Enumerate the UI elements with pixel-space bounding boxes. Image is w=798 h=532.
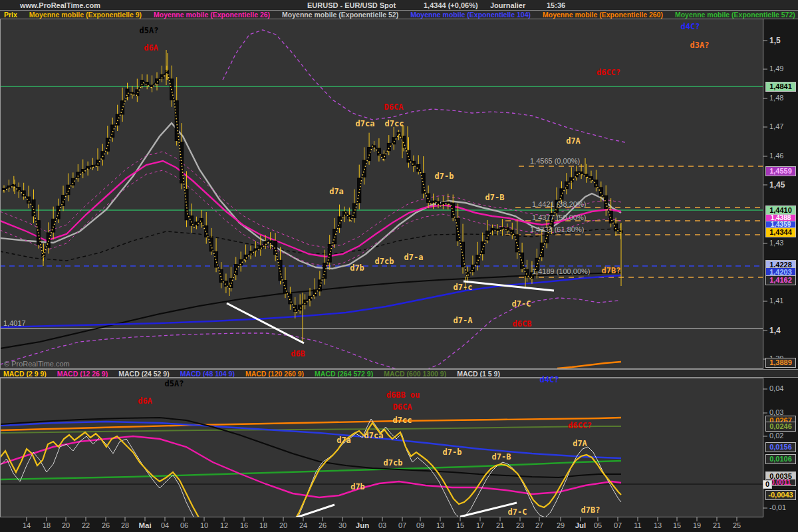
- x-axis-label[interactable]: 30: [338, 521, 346, 529]
- macd-legend-item-7[interactable]: MACD (1 5 9): [457, 370, 500, 378]
- x-axis-label[interactable]: 27: [535, 521, 543, 529]
- x-axis-label[interactable]: 14: [23, 521, 31, 529]
- macd-legend-item-5[interactable]: MACD (264 572 9): [315, 370, 373, 378]
- x-axis-label[interactable]: 16: [240, 521, 248, 529]
- x-axis-label[interactable]: 07: [398, 521, 406, 529]
- macd-legend-item-6[interactable]: MACD (600 1300 9): [384, 370, 446, 378]
- x-axis-label[interactable]: 05: [594, 521, 602, 529]
- x-axis-label[interactable]: 13: [436, 521, 444, 529]
- timeframe-label[interactable]: Journalier: [490, 1, 525, 9]
- x-axis-label[interactable]: 17: [476, 521, 484, 529]
- x-axis-label[interactable]: 20: [279, 521, 287, 529]
- site-logo-text[interactable]: www.ProRealTime.com: [20, 1, 100, 9]
- price-axis-tick[interactable]: 1,48: [769, 94, 783, 102]
- price-level-box: 1,4344: [765, 227, 796, 237]
- x-axis-label[interactable]: 18: [43, 521, 51, 529]
- x-axis-label[interactable]: Mai: [138, 521, 151, 529]
- last-price: 1,4344 (+0,06%): [424, 1, 478, 9]
- x-axis-label[interactable]: 07: [614, 521, 622, 529]
- price-axis-tick[interactable]: 1,4: [769, 326, 781, 335]
- price-axis-tick[interactable]: 1,45: [769, 180, 785, 190]
- x-axis-label[interactable]: 26: [102, 521, 110, 529]
- x-axis-label[interactable]: 15: [673, 521, 681, 529]
- price-legend-item-1[interactable]: Moyenne mobile (Exponentielle 9): [29, 11, 142, 19]
- x-axis-label[interactable]: 03: [378, 521, 386, 529]
- price-level-box: 1,4841: [765, 82, 796, 92]
- price-axis-tick[interactable]: 1,46: [769, 152, 783, 160]
- price-legend-item-4[interactable]: Moyenne mobile (Exponentielle 104): [410, 11, 531, 19]
- x-axis-label[interactable]: 21: [713, 521, 721, 529]
- x-axis-label[interactable]: 26: [319, 521, 327, 529]
- x-axis-label[interactable]: 10: [200, 521, 208, 529]
- x-axis-label[interactable]: 13: [654, 521, 662, 529]
- macd-axis-tick[interactable]: 0,04: [769, 384, 783, 392]
- x-axis-label[interactable]: 06: [180, 521, 188, 529]
- x-axis-label[interactable]: 12: [220, 521, 228, 529]
- x-axis-label[interactable]: 24: [299, 521, 307, 529]
- x-axis-label[interactable]: 20: [62, 521, 70, 529]
- watermark: © ProRealTime.com: [4, 360, 70, 368]
- price-axis-tick[interactable]: 1,5: [769, 36, 781, 45]
- x-axis-label[interactable]: 09: [416, 521, 424, 529]
- x-axis-label[interactable]: 21: [496, 521, 504, 529]
- price-level-box: 1,4559: [765, 166, 796, 176]
- price-axis-tick[interactable]: 1,49: [769, 65, 783, 72]
- x-axis-label[interactable]: 19: [693, 521, 701, 529]
- x-axis-label[interactable]: 18: [259, 521, 267, 529]
- macd-legend-item-0[interactable]: MACD (2 9 9): [3, 370, 47, 378]
- x-axis-label[interactable]: 28: [121, 521, 129, 529]
- price-level-box: 1,3889: [765, 358, 796, 368]
- price-legend-bar: PrixMoyenne mobile (Exponentielle 9)Moye…: [0, 10, 798, 19]
- macd-axis-tick[interactable]: -0,01: [769, 503, 786, 511]
- prorealtime-chart-window: www.ProRealTime.com EURUSD - EUR/USD Spo…: [0, 0, 798, 532]
- price-legend-item-5[interactable]: Moyenne mobile (Exponentielle 260): [543, 11, 663, 19]
- x-axis-label[interactable]: 25: [733, 521, 741, 529]
- macd-legend-item-1[interactable]: MACD (12 26 9): [57, 370, 108, 378]
- price-axis-tick[interactable]: 1,43: [769, 239, 783, 247]
- x-axis-label[interactable]: Jun: [356, 521, 369, 529]
- title-bar: www.ProRealTime.com EURUSD - EUR/USD Spo…: [0, 0, 798, 10]
- x-axis-label[interactable]: 23: [516, 521, 524, 529]
- price-legend-item-6[interactable]: Moyenne mobile (Exponentielle 572): [675, 11, 795, 19]
- price-legend-item-2[interactable]: Moyenne mobile (Exponentielle 26): [154, 11, 270, 19]
- price-legend-item-3[interactable]: Moyenne mobile (Exponentielle 52): [282, 11, 398, 19]
- x-axis-label[interactable]: 11: [634, 521, 641, 529]
- price-axis-tick[interactable]: 1,41: [769, 297, 783, 305]
- macd-legend-item-4[interactable]: MACD (120 260 9): [245, 370, 304, 378]
- price-level-box: 1,4162: [765, 275, 796, 285]
- macd-zero-box: 0: [763, 480, 772, 489]
- macd-legend-item-2[interactable]: MACD (24 52 9): [118, 370, 169, 378]
- x-axis-label[interactable]: 29: [557, 521, 565, 529]
- macd-level-box: 0,0246: [765, 422, 796, 432]
- macd-level-box: -0,0043: [765, 490, 796, 500]
- clock: 15:36: [547, 1, 565, 9]
- price-axis-tick[interactable]: 1,47: [769, 122, 783, 130]
- macd-level-box: 0,0156: [765, 442, 796, 452]
- chart-canvas[interactable]: [0, 0, 798, 532]
- x-axis-label[interactable]: 22: [82, 521, 90, 529]
- x-axis-label[interactable]: 04: [161, 521, 169, 529]
- x-axis-label[interactable]: Jul: [575, 521, 587, 529]
- x-axis-label[interactable]: 15: [456, 521, 464, 529]
- macd-axis-tick[interactable]: 0,02: [769, 432, 783, 440]
- macd-level-box: 0,0106: [765, 454, 796, 464]
- macd-legend-bar: MACD (2 9 9)MACD (12 26 9)MACD (24 52 9)…: [0, 369, 798, 378]
- macd-legend-item-3[interactable]: MACD (48 104 9): [180, 370, 235, 378]
- price-left-label: 1,4017: [3, 319, 26, 327]
- price-legend-item-0[interactable]: Prix: [4, 11, 17, 19]
- instrument-title: EURUSD - EUR/USD Spot: [307, 1, 396, 9]
